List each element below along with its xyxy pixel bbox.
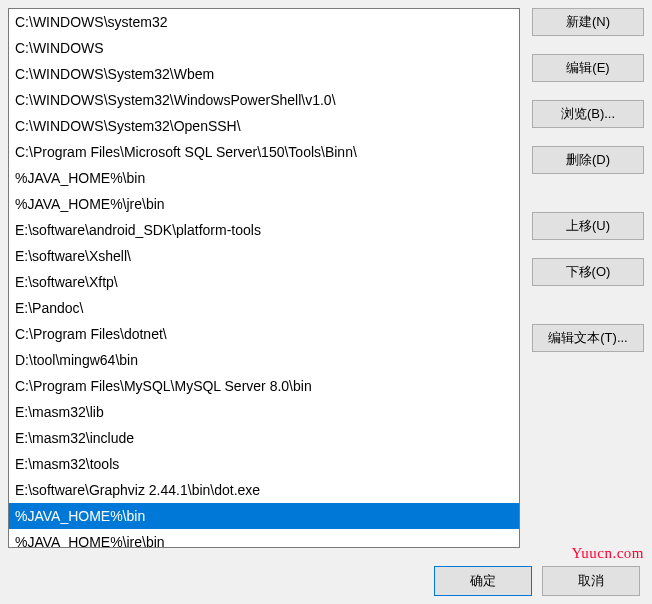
list-item[interactable]: %JAVA_HOME%\bin [9, 503, 519, 529]
dialog-action-bar: 确定 取消 [8, 562, 644, 596]
edit-text-button[interactable]: 编辑文本(T)... [532, 324, 644, 352]
list-item[interactable]: E:\masm32\include [9, 425, 519, 451]
list-item[interactable]: E:\software\Xftp\ [9, 269, 519, 295]
move-up-button[interactable]: 上移(U) [532, 212, 644, 240]
list-item[interactable]: E:\masm32\lib [9, 399, 519, 425]
new-button[interactable]: 新建(N) [532, 8, 644, 36]
list-item[interactable]: %JAVA_HOME%\bin [9, 165, 519, 191]
list-item[interactable]: C:\Program Files\Microsoft SQL Server\15… [9, 139, 519, 165]
list-item[interactable]: %JAVA_HOME%\jre\bin [9, 191, 519, 217]
side-button-panel: 新建(N) 编辑(E) 浏览(B)... 删除(D) 上移(U) 下移(O) 编… [532, 8, 644, 554]
list-item[interactable]: E:\software\Graphviz 2.44.1\bin\dot.exe [9, 477, 519, 503]
path-listbox[interactable]: C:\WINDOWS\system32C:\WINDOWSC:\WINDOWS\… [8, 8, 520, 548]
list-item[interactable]: E:\software\Xshell\ [9, 243, 519, 269]
list-item[interactable]: C:\WINDOWS\system32 [9, 9, 519, 35]
list-item[interactable]: D:\tool\mingw64\bin [9, 347, 519, 373]
list-item[interactable]: C:\Program Files\dotnet\ [9, 321, 519, 347]
list-item[interactable]: E:\Pandoc\ [9, 295, 519, 321]
browse-button[interactable]: 浏览(B)... [532, 100, 644, 128]
list-item[interactable]: C:\Program Files\MySQL\MySQL Server 8.0\… [9, 373, 519, 399]
list-item[interactable]: C:\WINDOWS\System32\WindowsPowerShell\v1… [9, 87, 519, 113]
list-item[interactable]: C:\WINDOWS\System32\OpenSSH\ [9, 113, 519, 139]
list-item[interactable]: C:\WINDOWS [9, 35, 519, 61]
move-down-button[interactable]: 下移(O) [532, 258, 644, 286]
list-item[interactable]: E:\software\android_SDK\platform-tools [9, 217, 519, 243]
ok-button[interactable]: 确定 [434, 566, 532, 596]
cancel-button[interactable]: 取消 [542, 566, 640, 596]
list-item[interactable]: E:\masm32\tools [9, 451, 519, 477]
delete-button[interactable]: 删除(D) [532, 146, 644, 174]
edit-button[interactable]: 编辑(E) [532, 54, 644, 82]
list-item[interactable]: C:\WINDOWS\System32\Wbem [9, 61, 519, 87]
list-item[interactable]: %JAVA_HOME%\jre\bin [9, 529, 519, 548]
